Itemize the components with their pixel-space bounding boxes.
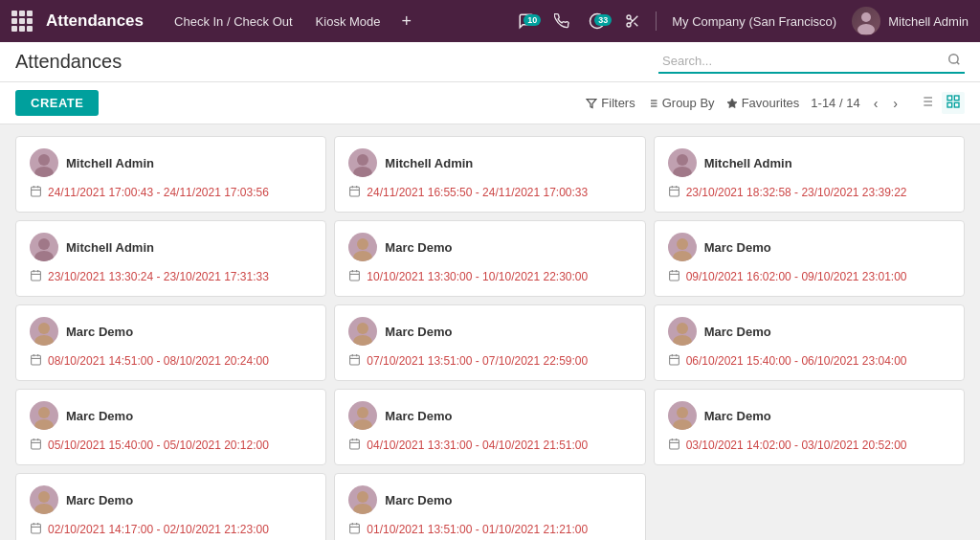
page-title: Attendances bbox=[15, 51, 122, 73]
svg-point-64 bbox=[673, 251, 692, 261]
svg-rect-73 bbox=[32, 355, 41, 365]
grid-view-button[interactable] bbox=[942, 92, 965, 114]
card-header: Marc Demo bbox=[30, 401, 312, 430]
card-header: Marc Demo bbox=[348, 401, 631, 430]
pagination-info: 1-14 / 14 bbox=[811, 96, 859, 110]
attendance-card[interactable]: Marc Demo 03/10/2021 14:02:00 - 03/10/20… bbox=[654, 389, 965, 465]
attendance-card[interactable]: Marc Demo 08/10/2021 14:51:00 - 08/10/20… bbox=[15, 304, 326, 381]
nav-checkin[interactable]: Check In / Check Out bbox=[165, 14, 302, 29]
card-employee-name: Mitchell Admin bbox=[66, 240, 154, 255]
card-employee-name: Mitchell Admin bbox=[385, 156, 473, 170]
card-avatar bbox=[348, 317, 377, 346]
attendance-card[interactable]: Marc Demo 01/10/2021 13:51:00 - 01/10/20… bbox=[334, 473, 645, 540]
next-page-button[interactable]: › bbox=[891, 97, 900, 110]
filters-button[interactable]: Filters bbox=[586, 96, 635, 110]
username[interactable]: Mitchell Admin bbox=[888, 14, 969, 29]
attendance-card[interactable]: Mitchell Admin 23/10/2021 13:30:24 - 23/… bbox=[15, 220, 326, 297]
card-date: 23/10/2021 18:32:58 - 23/10/2021 23:39:2… bbox=[668, 185, 950, 200]
messages-badge: 10 bbox=[523, 14, 541, 26]
card-header: Marc Demo bbox=[668, 401, 950, 430]
list-view-button[interactable] bbox=[915, 92, 938, 114]
calendar-icon bbox=[30, 269, 42, 284]
scissors-icon-btn[interactable] bbox=[617, 13, 648, 29]
attendance-card[interactable]: Mitchell Admin 24/11/2021 16:55:50 - 24/… bbox=[334, 136, 645, 213]
attendance-card[interactable]: Marc Demo 02/10/2021 14:17:00 - 02/10/20… bbox=[15, 473, 326, 540]
svg-rect-87 bbox=[669, 355, 679, 365]
card-date-text: 24/11/2021 17:00:43 - 24/11/2021 17:03:5… bbox=[48, 186, 269, 199]
card-avatar bbox=[668, 148, 697, 177]
svg-point-92 bbox=[34, 419, 54, 430]
card-avatar bbox=[30, 317, 58, 346]
card-header: Mitchell Admin bbox=[30, 148, 312, 177]
nav-divider bbox=[656, 11, 657, 31]
groupby-label: Group By bbox=[662, 96, 715, 110]
card-date: 02/10/2021 14:17:00 - 02/10/2021 21:23:0… bbox=[30, 522, 312, 537]
card-employee-name: Marc Demo bbox=[385, 325, 452, 339]
search-bar bbox=[658, 50, 965, 74]
favourites-label: Favourites bbox=[742, 96, 800, 110]
company-name[interactable]: My Company (San Francisco) bbox=[664, 14, 844, 29]
svg-line-5 bbox=[631, 18, 634, 21]
search-icon[interactable] bbox=[944, 53, 965, 69]
attendance-card[interactable]: Marc Demo 07/10/2021 13:51:00 - 07/10/20… bbox=[334, 304, 645, 381]
card-date-text: 03/10/2021 14:02:00 - 03/10/2021 20:52:0… bbox=[686, 439, 907, 452]
card-employee-name: Marc Demo bbox=[704, 409, 771, 423]
phone-icon-btn[interactable] bbox=[546, 13, 577, 29]
card-date-text: 05/10/2021 15:40:00 - 05/10/2021 20:12:0… bbox=[48, 439, 269, 452]
attendance-card[interactable]: Marc Demo 05/10/2021 15:40:00 - 05/10/20… bbox=[15, 389, 326, 465]
card-employee-name: Mitchell Admin bbox=[66, 156, 154, 170]
svg-rect-94 bbox=[32, 439, 41, 449]
attendance-card[interactable]: Marc Demo 06/10/2021 15:40:00 - 06/10/20… bbox=[654, 304, 965, 381]
svg-line-4 bbox=[635, 23, 638, 27]
nav-plus[interactable]: + bbox=[394, 11, 420, 32]
svg-point-120 bbox=[353, 504, 372, 514]
user-avatar[interactable] bbox=[852, 7, 880, 35]
card-avatar bbox=[30, 401, 58, 430]
attendance-card[interactable]: Marc Demo 04/10/2021 13:31:00 - 04/10/20… bbox=[334, 389, 645, 465]
attendance-card[interactable]: Marc Demo 09/10/2021 16:02:00 - 09/10/20… bbox=[654, 220, 965, 297]
svg-rect-66 bbox=[669, 271, 679, 281]
search-input[interactable] bbox=[658, 50, 944, 72]
card-date: 05/10/2021 15:40:00 - 05/10/2021 20:12:0… bbox=[30, 438, 312, 453]
attendance-card[interactable]: Marc Demo 10/10/2021 13:30:00 - 10/10/20… bbox=[334, 220, 645, 297]
card-header: Marc Demo bbox=[668, 317, 950, 346]
nav-kiosk[interactable]: Kiosk Mode bbox=[306, 14, 390, 29]
messages-icon-btn[interactable]: 10 bbox=[510, 12, 543, 30]
svg-point-49 bbox=[38, 238, 50, 250]
clock-icon-btn[interactable]: 33 bbox=[581, 12, 613, 30]
svg-line-9 bbox=[957, 62, 960, 65]
clock-badge: 33 bbox=[594, 14, 612, 26]
svg-rect-27 bbox=[947, 102, 952, 107]
svg-point-42 bbox=[677, 154, 688, 166]
card-date-text: 08/10/2021 14:51:00 - 08/10/2021 20:24:0… bbox=[48, 354, 269, 368]
card-employee-name: Marc Demo bbox=[385, 240, 452, 255]
card-date-text: 24/11/2021 16:55:50 - 24/11/2021 17:00:3… bbox=[367, 186, 588, 199]
groupby-button[interactable]: Group By bbox=[647, 96, 715, 110]
create-button[interactable]: CREATE bbox=[15, 90, 99, 116]
svg-point-77 bbox=[357, 323, 368, 334]
apps-icon[interactable] bbox=[11, 11, 33, 32]
svg-rect-24 bbox=[947, 96, 952, 101]
svg-point-28 bbox=[38, 154, 50, 166]
svg-point-36 bbox=[353, 167, 372, 177]
card-date-text: 23/10/2021 13:30:24 - 23/10/2021 17:31:3… bbox=[48, 270, 269, 283]
svg-point-29 bbox=[34, 167, 54, 177]
calendar-icon bbox=[348, 269, 361, 284]
svg-point-84 bbox=[677, 323, 688, 334]
card-employee-name: Marc Demo bbox=[385, 493, 452, 507]
card-employee-name: Marc Demo bbox=[385, 409, 452, 423]
favourites-button[interactable]: Favourites bbox=[726, 96, 800, 110]
svg-rect-59 bbox=[350, 271, 360, 281]
calendar-icon bbox=[30, 353, 42, 369]
prev-page-button[interactable]: ‹ bbox=[872, 97, 880, 110]
calendar-icon bbox=[348, 185, 361, 200]
calendar-icon bbox=[30, 438, 42, 453]
svg-point-2 bbox=[627, 23, 631, 27]
attendance-card[interactable]: Mitchell Admin 24/11/2021 17:00:43 - 24/… bbox=[15, 136, 326, 213]
attendance-card[interactable]: Mitchell Admin 23/10/2021 18:32:58 - 23/… bbox=[654, 136, 965, 213]
svg-point-56 bbox=[357, 238, 368, 250]
svg-rect-108 bbox=[669, 439, 679, 449]
calendar-icon bbox=[348, 438, 361, 453]
card-avatar bbox=[348, 233, 377, 261]
card-employee-name: Marc Demo bbox=[66, 409, 133, 423]
